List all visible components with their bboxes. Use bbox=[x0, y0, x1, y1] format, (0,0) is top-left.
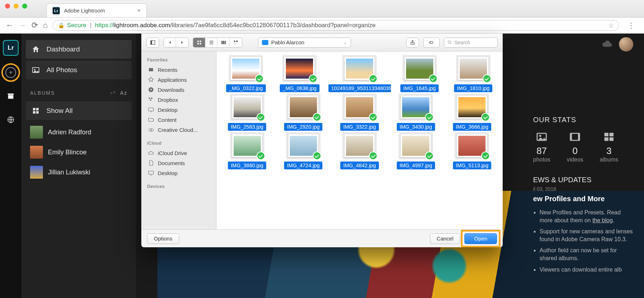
album-item[interactable]: Emily Blincoe bbox=[21, 142, 136, 162]
nav-all-photos-label: All Photos bbox=[47, 66, 77, 74]
file-item[interactable]: IMG_4997.jpg bbox=[390, 132, 442, 169]
plus-icon: + bbox=[5, 67, 16, 78]
sidebar-item-recents[interactable]: Recents bbox=[141, 65, 216, 75]
open-button[interactable]: Open bbox=[464, 233, 497, 244]
close-window-icon[interactable] bbox=[5, 4, 10, 9]
sidebar-item-documents[interactable]: Documents bbox=[141, 158, 216, 168]
file-item[interactable]: IMG_5113.jpg bbox=[446, 132, 498, 169]
file-item[interactable]: _MG_0638.jpg bbox=[274, 55, 325, 92]
nav-back-button[interactable] bbox=[164, 38, 176, 47]
news-headline: ew Profiles and More bbox=[533, 195, 633, 203]
web-button[interactable] bbox=[4, 113, 18, 126]
file-name: IMG_2920.jpg bbox=[284, 123, 322, 131]
album-thumb-icon bbox=[30, 166, 43, 179]
back-icon[interactable]: ← bbox=[6, 21, 14, 30]
url-host: lightroom.adobe.com bbox=[113, 22, 170, 29]
stat-photos-label: photos bbox=[533, 157, 550, 163]
options-button[interactable]: Options bbox=[147, 233, 179, 244]
selected-check-icon bbox=[257, 113, 265, 121]
file-item[interactable]: IMG_1645.jpg bbox=[395, 55, 445, 92]
window-controls[interactable] bbox=[0, 4, 32, 14]
globe-icon bbox=[7, 116, 15, 124]
lightroom-logo-icon[interactable]: Lr bbox=[3, 40, 19, 56]
sidebar-item-content[interactable]: Content bbox=[141, 115, 216, 125]
nav-show-all[interactable]: Show All bbox=[26, 101, 132, 120]
file-name: IMG_4724.jpg bbox=[284, 162, 322, 169]
secure-label: Secure bbox=[67, 22, 86, 29]
forward-icon[interactable]: → bbox=[19, 21, 26, 30]
file-name: IMG_4997.jpg bbox=[397, 162, 435, 169]
file-item[interactable]: IMG_2583.jpg bbox=[221, 94, 273, 131]
nav-all-photos[interactable]: All Photos bbox=[26, 61, 132, 79]
sidebar-item-dropbox[interactable]: Dropbox bbox=[141, 95, 216, 105]
add-photos-button[interactable]: + bbox=[4, 66, 18, 79]
svg-rect-17 bbox=[609, 137, 613, 141]
nav-dashboard[interactable]: Dashboard bbox=[26, 40, 132, 59]
toggle-sidebar-button[interactable] bbox=[146, 38, 159, 48]
file-item[interactable]: IMG_1810.jpg bbox=[448, 55, 498, 92]
selected-check-icon bbox=[481, 152, 490, 160]
cancel-button[interactable]: Cancel bbox=[430, 233, 460, 244]
sidebar-item-creative-cloud[interactable]: Creative Cloud... bbox=[141, 125, 216, 135]
browser-tab[interactable]: Lr Adobe Lightroom × bbox=[47, 4, 147, 17]
list-view-button[interactable] bbox=[205, 38, 218, 47]
album-thumb-icon bbox=[30, 146, 43, 159]
user-avatar[interactable] bbox=[619, 37, 633, 51]
album-item[interactable]: Adrien Radford bbox=[21, 122, 136, 142]
file-item[interactable]: IMG_3880.jpg bbox=[221, 132, 273, 169]
sidebar-item-icloud-drive[interactable]: iCloud Drive bbox=[141, 148, 216, 158]
gallery-view-button[interactable] bbox=[230, 38, 242, 47]
file-open-dialog: Pablo Alarcon ⌄ Search Favorites Recents… bbox=[141, 34, 503, 247]
file-item[interactable]: IMG_3322.jpg bbox=[333, 94, 386, 131]
lightroom-app: Lr + Dashboard All Photos ALBUMS ▫⁺ Aᴢ S… bbox=[0, 34, 644, 298]
file-grid[interactable]: _MG_0322.jpg _MG_0638.jpg 10249189_95311… bbox=[216, 51, 503, 229]
cloud-sync-icon[interactable] bbox=[602, 40, 613, 49]
minimize-window-icon[interactable] bbox=[14, 4, 19, 9]
column-view-button[interactable] bbox=[218, 38, 230, 47]
album-item[interactable]: Jillian Lukiwski bbox=[21, 162, 136, 182]
file-item[interactable]: _MG_0322.jpg bbox=[221, 55, 271, 92]
news-item: Author field can now be set for shared a… bbox=[540, 247, 633, 262]
add-album-icon[interactable]: ▫⁺ Aᴢ bbox=[111, 90, 127, 96]
icon-view-button[interactable] bbox=[193, 38, 205, 47]
tags-button[interactable] bbox=[423, 38, 440, 48]
maximize-window-icon[interactable] bbox=[22, 4, 27, 9]
file-item[interactable]: IMG_2920.jpg bbox=[277, 94, 330, 131]
nav-forward-button[interactable] bbox=[176, 38, 188, 47]
file-name: IMG_4842.jpg bbox=[340, 162, 379, 169]
album-name: Jillian Lukiwski bbox=[48, 169, 90, 176]
file-name: IMG_1810.jpg bbox=[454, 84, 492, 92]
tab-close-icon[interactable]: × bbox=[137, 8, 141, 14]
sidebar-item-applications[interactable]: Applications bbox=[141, 75, 216, 85]
stat-albums: 3 albums bbox=[600, 130, 618, 163]
file-name: 10249189_953113348039...90_n.jpg bbox=[328, 84, 391, 92]
dialog-search-input[interactable]: Search bbox=[444, 38, 498, 48]
reload-icon[interactable]: ⟳ bbox=[31, 21, 38, 30]
news-blog-link[interactable]: the blog bbox=[592, 217, 613, 223]
sidebar-item-desktop-2[interactable]: Desktop bbox=[141, 168, 216, 178]
archive-button[interactable] bbox=[4, 89, 18, 103]
selected-check-icon bbox=[369, 113, 377, 121]
home-icon[interactable]: ⌂ bbox=[43, 21, 48, 30]
svg-rect-33 bbox=[149, 68, 153, 71]
albums-icon bbox=[600, 130, 618, 143]
file-item[interactable]: IMG_4724.jpg bbox=[277, 132, 330, 169]
svg-rect-6 bbox=[36, 108, 39, 110]
file-name: _MG_0638.jpg bbox=[280, 84, 319, 92]
stat-videos: 0 videos bbox=[567, 130, 583, 163]
file-item[interactable]: 10249189_953113348039...90_n.jpg bbox=[328, 55, 391, 92]
share-button[interactable] bbox=[406, 38, 419, 48]
browser-menu-icon[interactable]: ⋮ bbox=[624, 21, 638, 30]
sidebar-item-desktop[interactable]: Desktop bbox=[141, 105, 216, 115]
svg-rect-22 bbox=[197, 43, 199, 44]
sidebar-item-downloads[interactable]: Downloads bbox=[141, 85, 216, 95]
file-item[interactable]: IMG_4842.jpg bbox=[333, 132, 386, 169]
folder-selector[interactable]: Pablo Alarcon ⌄ bbox=[258, 38, 351, 48]
file-item[interactable]: IMG_3666.jpg bbox=[446, 94, 498, 131]
address-bar[interactable]: 🔒 Secure | https://lightroom.adobe.com/l… bbox=[53, 20, 619, 31]
chevron-updown-icon: ⌄ bbox=[343, 40, 347, 45]
file-item[interactable]: IMG_3430.jpg bbox=[390, 94, 442, 131]
selected-check-icon bbox=[369, 152, 377, 160]
selected-check-icon bbox=[429, 74, 438, 83]
bookmark-star-icon[interactable]: ☆ bbox=[608, 22, 614, 29]
